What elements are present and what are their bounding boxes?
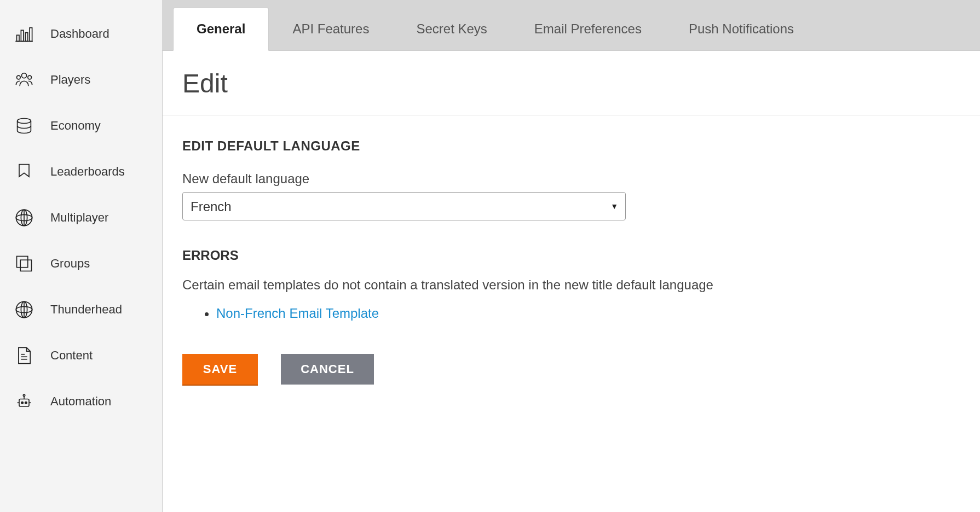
sidebar-item-label: Players <box>50 73 90 87</box>
tab-bar: General API Features Secret Keys Email P… <box>162 0 980 51</box>
language-select[interactable]: French <box>182 192 626 220</box>
sidebar-item-content[interactable]: Content <box>0 333 162 379</box>
economy-icon <box>13 115 35 137</box>
tab-email-preferences[interactable]: Email Preferences <box>511 8 665 50</box>
sidebar-item-label: Content <box>50 348 93 363</box>
tab-secret-keys[interactable]: Secret Keys <box>393 8 510 50</box>
sidebar-item-leaderboards[interactable]: Leaderboards <box>0 149 162 195</box>
sidebar-item-label: Multiplayer <box>50 211 108 225</box>
sidebar-item-label: Groups <box>50 257 90 271</box>
sidebar-item-label: Thunderhead <box>50 302 122 317</box>
cancel-button[interactable]: CANCEL <box>281 354 374 385</box>
svg-rect-13 <box>17 257 28 267</box>
groups-icon <box>13 253 35 275</box>
tab-push-notifications[interactable]: Push Notifications <box>665 8 817 50</box>
leaderboards-icon <box>13 161 35 183</box>
error-link-non-french-template[interactable]: Non-French Email Template <box>216 306 379 321</box>
tab-api-features[interactable]: API Features <box>269 8 393 50</box>
svg-rect-1 <box>21 30 24 41</box>
svg-point-26 <box>23 394 25 396</box>
svg-point-24 <box>25 402 27 404</box>
sidebar: Dashboard Players Economy Leaderboards M <box>0 0 162 512</box>
section-heading-edit-language: EDIT DEFAULT LANGUAGE <box>182 138 960 154</box>
save-button[interactable]: SAVE <box>182 354 258 385</box>
players-icon <box>13 69 35 91</box>
svg-rect-2 <box>25 33 28 42</box>
svg-point-6 <box>17 75 21 79</box>
content-icon <box>13 345 35 366</box>
language-select-wrap: French ▼ <box>182 192 626 220</box>
sidebar-item-dashboard[interactable]: Dashboard <box>0 11 162 57</box>
sidebar-item-economy[interactable]: Economy <box>0 103 162 149</box>
svg-point-8 <box>18 119 31 124</box>
field-label-language: New default language <box>182 171 960 187</box>
svg-rect-22 <box>19 399 29 407</box>
tab-general[interactable]: General <box>173 8 269 51</box>
svg-point-23 <box>21 402 23 404</box>
sidebar-item-automation[interactable]: Automation <box>0 379 162 424</box>
sidebar-item-players[interactable]: Players <box>0 57 162 103</box>
page-title: Edit <box>182 68 960 98</box>
sidebar-item-label: Economy <box>50 119 101 133</box>
multiplayer-icon <box>13 207 35 229</box>
errors-description: Certain email templates do not contain a… <box>182 277 960 293</box>
divider <box>163 115 980 115</box>
error-list-item: Non-French Email Template <box>216 306 960 321</box>
section-heading-errors: ERRORS <box>182 248 960 263</box>
errors-list: Non-French Email Template <box>182 306 960 321</box>
thunderhead-icon <box>13 299 35 321</box>
sidebar-item-label: Automation <box>50 394 111 409</box>
content-panel: Edit EDIT DEFAULT LANGUAGE New default l… <box>162 51 980 512</box>
sidebar-item-thunderhead[interactable]: Thunderhead <box>0 287 162 333</box>
sidebar-item-label: Dashboard <box>50 27 109 41</box>
svg-rect-3 <box>30 28 32 42</box>
svg-point-7 <box>28 75 32 79</box>
main-area: General API Features Secret Keys Email P… <box>162 0 980 512</box>
sidebar-item-multiplayer[interactable]: Multiplayer <box>0 195 162 241</box>
button-row: SAVE CANCEL <box>182 354 960 385</box>
sidebar-item-groups[interactable]: Groups <box>0 241 162 287</box>
dashboard-icon <box>13 23 35 45</box>
automation-icon <box>13 391 35 412</box>
sidebar-item-label: Leaderboards <box>50 165 125 179</box>
svg-rect-14 <box>20 260 31 271</box>
svg-rect-0 <box>17 35 20 41</box>
svg-point-5 <box>22 73 27 78</box>
